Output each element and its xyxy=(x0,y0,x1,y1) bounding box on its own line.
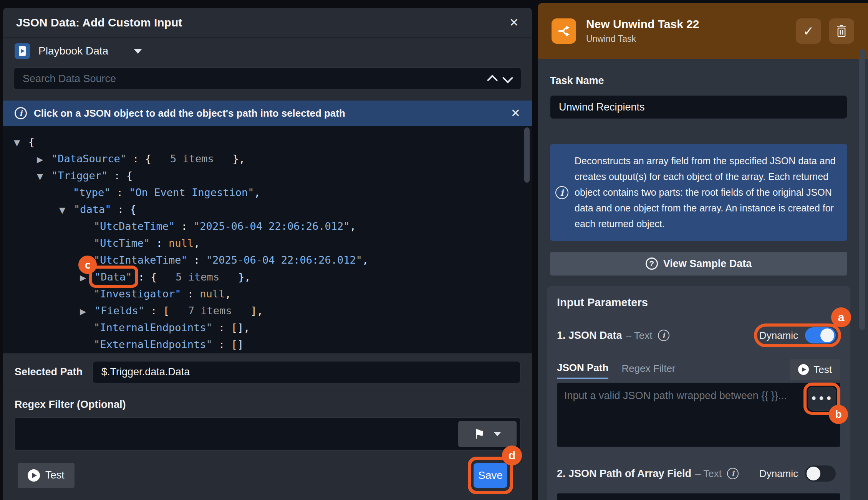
json-tree-line[interactable]: ▼{ xyxy=(3,134,532,150)
json-tree-line[interactable]: "Investigator" : null, xyxy=(3,285,532,302)
json-tree-line[interactable]: "InternalEndpoints" : [], xyxy=(3,319,532,336)
tree-expand-icon[interactable]: ▶ xyxy=(80,303,94,320)
param-1-tabs: JSON Path Regex Filter Test xyxy=(557,359,840,382)
chevron-down-icon[interactable] xyxy=(502,73,513,83)
question-icon: ? xyxy=(646,257,658,270)
json-tree-line[interactable]: ▶"Fields" : [ 7 items ], xyxy=(3,302,532,319)
json-token: , xyxy=(254,186,260,198)
save-button[interactable]: Save xyxy=(474,463,507,488)
confirm-button[interactable]: ✓ xyxy=(796,18,821,44)
regex-filter-input[interactable] xyxy=(15,418,520,450)
json-token: : [ xyxy=(144,305,188,317)
task-subtitle: Unwind Task xyxy=(586,34,699,44)
json-token: : { xyxy=(111,203,136,215)
chevron-down-icon xyxy=(494,432,501,436)
tab-json-path[interactable]: JSON Path xyxy=(557,362,608,379)
param-1-dynamic-toggle[interactable] xyxy=(805,327,836,343)
tree-collapse-icon[interactable]: ▼ xyxy=(14,134,28,151)
unwind-task-icon xyxy=(552,18,576,44)
param-1-input-wrap: ••• b xyxy=(557,383,840,447)
json-scrollbar-thumb[interactable] xyxy=(524,127,530,183)
info-icon[interactable]: i xyxy=(727,468,739,479)
tab-regex-filter[interactable]: Regex Filter xyxy=(621,363,675,378)
delete-button[interactable] xyxy=(829,18,854,44)
play-icon xyxy=(798,364,809,375)
param-2-type: – Text xyxy=(695,468,722,480)
task-title: New Unwind Task 22 xyxy=(586,18,699,31)
input-parameters-heading: Input Parameters xyxy=(557,296,840,309)
json-token: { xyxy=(28,136,35,148)
json-tree: ▼{▶"DataSource" : { 5 items },▼"Trigger"… xyxy=(3,134,532,353)
json-token: null xyxy=(200,288,225,300)
json-token: : xyxy=(175,220,194,232)
info-icon: i xyxy=(15,107,27,119)
task-header: New Unwind Task 22 Unwind Task ✓ xyxy=(538,3,868,59)
dialog-footer: Test Save d xyxy=(3,450,532,500)
json-token: "Investigator" xyxy=(94,288,181,300)
panel-scrollbar-thumb[interactable] xyxy=(859,49,865,330)
dialog-close-icon[interactable]: ✕ xyxy=(509,17,519,28)
json-token: : { xyxy=(126,153,170,165)
annotation-badge-c: c xyxy=(78,256,97,274)
chevron-up-icon[interactable] xyxy=(487,75,498,86)
dynamic-label: Dynamic xyxy=(759,330,798,342)
regex-flags-button[interactable]: ⚑ xyxy=(458,421,517,447)
json-tree-line[interactable]: ▶"DataSource" : { 5 items }, xyxy=(3,150,532,167)
unwind-task-panel: New Unwind Task 22 Unwind Task ✓ Task Na… xyxy=(538,3,868,500)
json-token: : [], xyxy=(212,322,250,333)
json-tree-line[interactable]: "UtcTime" : null, xyxy=(3,235,532,252)
expand-editor-button[interactable]: ••• b xyxy=(808,387,836,411)
json-token: "UtcIntakeTime" xyxy=(94,254,187,266)
task-name-input[interactable] xyxy=(550,95,847,119)
json-tree-line[interactable]: "UtcDateTime" : "2025-06-04 22:06:26.012… xyxy=(3,218,532,235)
json-token: "DataSource" xyxy=(51,153,126,165)
playbook-data-icon xyxy=(15,43,30,59)
regex-filter-wrap: ⚑ xyxy=(15,417,520,450)
json-token: "On Event Ingestion" xyxy=(129,186,254,198)
banner-text: Click on a JSON object to add the object… xyxy=(34,107,345,119)
tree-collapse-icon[interactable]: ▼ xyxy=(59,202,74,219)
tree-collapse-icon[interactable]: ▼ xyxy=(37,168,51,185)
json-tree-line[interactable]: ▼"data" : { xyxy=(3,201,532,218)
info-icon[interactable]: i xyxy=(658,330,669,341)
tree-expand-icon[interactable]: ▶ xyxy=(37,151,51,168)
json-token: 5 items xyxy=(176,271,219,283)
view-sample-data-button[interactable]: ? View Sample Data xyxy=(550,252,847,276)
data-source-row: Playbook Data xyxy=(3,38,532,64)
info-icon: i xyxy=(555,186,568,199)
dialog-title: JSON Data: Add Custom Input xyxy=(16,16,182,29)
json-token: "2025-06-04 22:06:26.012" xyxy=(206,254,362,266)
test-button[interactable]: Test xyxy=(18,463,75,488)
selected-path-input[interactable] xyxy=(93,361,520,383)
json-token: : xyxy=(150,237,169,249)
json-token: "InternalEndpoints" xyxy=(94,322,212,333)
param-1-row: 1. JSON Data – Text i Dynamic a xyxy=(557,323,840,347)
json-token: : { xyxy=(132,271,176,283)
task-description: Deconstructs an array field from the spe… xyxy=(575,153,836,232)
json-token: "2025-06-04 22:06:26.012" xyxy=(194,220,350,232)
param-1-input[interactable] xyxy=(557,383,840,447)
json-token: "ExternalEndpoints" xyxy=(94,338,212,350)
data-source-select[interactable]: Playbook Data xyxy=(38,45,108,57)
param-2-dynamic-toggle[interactable] xyxy=(805,465,836,482)
search-input[interactable] xyxy=(23,73,483,85)
json-token: , xyxy=(225,288,231,300)
chevron-down-icon[interactable] xyxy=(134,49,142,54)
flag-icon: ⚑ xyxy=(474,426,485,442)
json-data-dialog: JSON Data: Add Custom Input ✕ Playbook D… xyxy=(3,8,532,500)
json-tree-line[interactable]: ▼"Trigger" : { xyxy=(3,167,532,184)
annotation-badge-a: a xyxy=(831,307,851,327)
param-1-test-button[interactable]: Test xyxy=(790,359,840,380)
task-name-label: Task Name xyxy=(550,75,847,87)
json-token: , xyxy=(350,220,356,232)
json-tree-line[interactable]: "type" : "On Event Ingestion", xyxy=(3,184,532,201)
json-token: : xyxy=(181,288,200,300)
banner-close-icon[interactable]: ✕ xyxy=(511,107,520,119)
json-token: ], xyxy=(232,305,263,317)
input-parameters-card: Input Parameters 1. JSON Data – Text i D… xyxy=(547,286,850,500)
param-1-type: – Text xyxy=(626,330,653,342)
info-banner: i Click on a JSON object to add the obje… xyxy=(3,101,532,126)
json-tree-line[interactable]: "ExternalEndpoints" : [] xyxy=(3,336,532,353)
json-token: , xyxy=(194,237,200,249)
param-2-input[interactable] xyxy=(557,493,840,500)
